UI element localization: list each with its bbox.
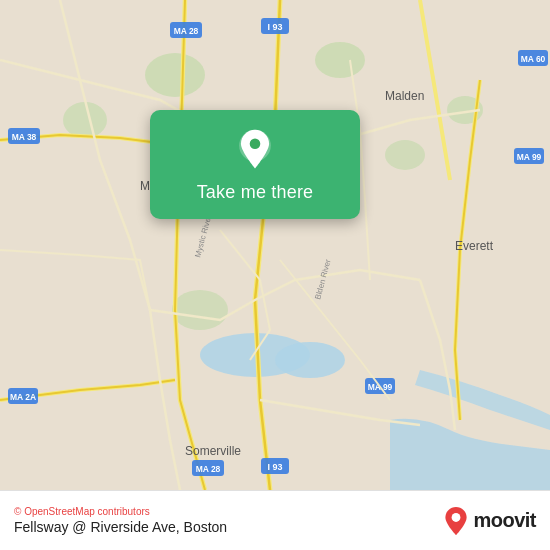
svg-text:MA 28: MA 28 [174,26,199,36]
location-card: Take me there [150,110,360,219]
map-background: I 93 I 93 MA 28 MA 28 MA 38 MA 2A MA 60 … [0,0,550,490]
attribution-prefix: © [14,506,24,517]
svg-text:MA 2A: MA 2A [10,392,36,402]
moovit-brand-text: moovit [473,509,536,532]
svg-text:MA 60: MA 60 [521,54,546,64]
svg-point-2 [275,342,345,378]
take-me-there-button[interactable]: Take me there [197,182,314,203]
svg-point-3 [145,53,205,97]
svg-point-36 [452,513,461,522]
attribution-suffix: contributors [95,506,150,517]
moovit-logo: moovit [443,506,536,536]
svg-text:Malden: Malden [385,89,424,103]
location-name: Fellsway @ Riverside Ave, Boston [14,519,227,535]
moovit-pin-icon [443,506,469,536]
svg-text:I 93: I 93 [267,22,282,32]
svg-point-7 [385,140,425,170]
attribution-link[interactable]: OpenStreetMap [24,506,95,517]
svg-point-8 [172,290,228,330]
svg-point-5 [63,102,107,138]
svg-text:I 93: I 93 [267,462,282,472]
svg-text:MA 38: MA 38 [12,132,37,142]
svg-point-35 [250,139,261,150]
bottom-left: © OpenStreetMap contributors Fellsway @ … [14,506,227,535]
svg-text:Everett: Everett [455,239,494,253]
svg-text:MA 28: MA 28 [196,464,221,474]
bottom-bar: © OpenStreetMap contributors Fellsway @ … [0,490,550,550]
svg-point-4 [315,42,365,78]
attribution: © OpenStreetMap contributors [14,506,227,517]
svg-text:Somerville: Somerville [185,444,241,458]
map-container: I 93 I 93 MA 28 MA 28 MA 38 MA 2A MA 60 … [0,0,550,490]
svg-text:MA 99: MA 99 [517,152,542,162]
pin-icon [233,128,277,172]
